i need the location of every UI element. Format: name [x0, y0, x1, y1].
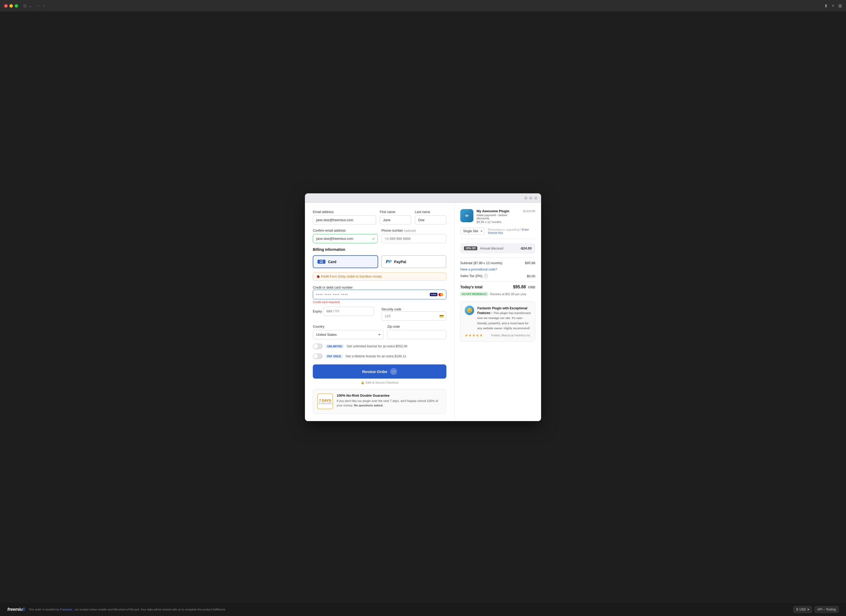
- product-icon-svg: [463, 212, 471, 220]
- close-button[interactable]: [4, 4, 7, 7]
- card-tab[interactable]: Card: [313, 255, 378, 268]
- reviewer-avatar: 😊: [465, 306, 474, 315]
- billing-section-title: Billing information: [313, 247, 446, 252]
- titlebar-right-actions: ⬆ + ⊞: [824, 3, 842, 9]
- pay-once-toggle-knob: [313, 354, 318, 359]
- price-rows: Subtotal ($7.99 x 12 months) $95.88 Have…: [460, 261, 535, 278]
- subtotal-value: $95.88: [525, 261, 535, 265]
- footer-text: This order is handled by Freemius , our …: [29, 608, 226, 611]
- freemius-brand-link[interactable]: Freemius: [60, 608, 72, 611]
- pay-once-toggle[interactable]: [313, 353, 323, 359]
- unlimited-upsell-row: Unlimited Get unlimited license for an e…: [313, 343, 446, 349]
- prefill-notice[interactable]: 🐞 Prefill Form (Only visible in Sandbox …: [313, 272, 446, 281]
- footer-right: $ USD ▾ API – Testing: [793, 606, 839, 613]
- expiry-input[interactable]: [323, 307, 374, 316]
- confirm-email-wrapper: ✓: [313, 234, 378, 243]
- confirm-email-label: Confirm email address: [313, 229, 378, 232]
- product-name: My Awesome Plugin: [477, 209, 520, 213]
- email-name-row: Email address First name Last name: [313, 210, 446, 224]
- pay-once-text: Get a lifetime license for an extra $194…: [345, 355, 406, 358]
- phone-optional-text: (optional): [404, 229, 416, 232]
- confirm-email-input[interactable]: [313, 234, 378, 243]
- secure-checkout: 🔒 Safe & Secure Checkout: [313, 381, 446, 384]
- email-label: Email address: [313, 210, 376, 214]
- product-sublabel: $9.99 x 12 months: [477, 220, 520, 223]
- phone-input[interactable]: [382, 234, 446, 243]
- total-currency: USD: [528, 285, 535, 289]
- email-valid-icon: ✓: [372, 236, 375, 241]
- security-input[interactable]: [382, 311, 446, 321]
- card-tab-label: Card: [328, 260, 336, 264]
- discount-label: Annual discount: [480, 246, 517, 250]
- payment-methods: Card PP PayPal: [313, 255, 446, 268]
- pay-once-upsell-row: Pay Once Get a lifetime license for an e…: [313, 353, 446, 359]
- subtotal-row: Subtotal ($7.99 x 12 months) $95.88: [460, 261, 535, 265]
- checkout-window: Email address First name Last name: [305, 194, 541, 421]
- tax-value: $0.00: [527, 274, 535, 278]
- extensions-icon[interactable]: ⊞: [839, 3, 842, 9]
- first-name-input[interactable]: [380, 216, 411, 224]
- discount-badge: 20% Off: [464, 246, 477, 250]
- visa-icon: VISA: [430, 293, 438, 296]
- forward-button[interactable]: ›: [41, 3, 46, 9]
- card-error-message: Credit card required: [313, 301, 446, 304]
- phone-group: Phone number (optional): [382, 229, 446, 243]
- traffic-lights: [4, 4, 18, 7]
- card-number-wrapper: VISA: [313, 290, 446, 299]
- email-input[interactable]: [313, 216, 376, 224]
- tab-icon[interactable]: ⌄: [29, 4, 32, 8]
- paypal-tab-label: PayPal: [394, 260, 406, 264]
- share-icon[interactable]: ⬆: [824, 3, 828, 9]
- footer-left: freemiu$ This order is handled by Freemi…: [7, 607, 226, 612]
- zip-input[interactable]: [387, 330, 446, 339]
- currency-button[interactable]: $ USD ▾: [793, 606, 812, 613]
- currency-label: USD: [799, 607, 806, 611]
- unlimited-toggle[interactable]: [313, 343, 323, 349]
- right-panel: My Awesome Plugin Initial payment - befo…: [454, 203, 541, 421]
- review-order-button[interactable]: Review Order →: [313, 364, 446, 378]
- paypal-tab-icon: PP: [386, 259, 392, 264]
- guarantee-text: 100% No-Risk Double Guarantee If you don…: [337, 393, 442, 408]
- card-brand-icons: VISA: [430, 293, 444, 296]
- zip-group: Zip code: [387, 325, 446, 339]
- api-button[interactable]: API – Testing: [815, 606, 839, 613]
- guarantee-days: 7 DAYS: [319, 399, 331, 402]
- last-name-group: Last name: [415, 210, 446, 224]
- total-value: $95.88: [513, 285, 526, 289]
- guarantee-body: If you don't like our plugin over the ne…: [337, 399, 442, 408]
- maximize-button[interactable]: [15, 4, 18, 7]
- divider-3: [460, 281, 535, 282]
- window-controls: ⊡ ⌄: [24, 4, 32, 8]
- zip-label: Zip code: [387, 325, 446, 329]
- review-stars: ★★★★★: [465, 333, 483, 337]
- divider-1: [460, 239, 535, 239]
- unlimited-badge: Unlimited: [325, 345, 344, 348]
- paypal-tab[interactable]: PP PayPal: [381, 255, 446, 268]
- expiry-group: Expiry: [313, 307, 378, 321]
- freemius-logo: freemiu$: [7, 607, 25, 612]
- country-select[interactable]: United States: [313, 330, 383, 339]
- card-tab-icon: [317, 260, 325, 264]
- tax-tooltip-icon[interactable]: ?: [484, 274, 488, 278]
- reviewer-name: Freebo, Mascot at Freemius Inc.: [491, 334, 531, 337]
- review-footer: ★★★★★ Freebo, Mascot at Freemius Inc.: [465, 333, 531, 337]
- product-icon: [460, 209, 473, 222]
- guarantee-word: GUARANTEED: [318, 402, 332, 404]
- sidebar-toggle-icon[interactable]: ⊡: [24, 4, 26, 8]
- add-tab-icon[interactable]: +: [832, 3, 834, 8]
- expiry-security-row: Expiry Security code 💳: [313, 307, 446, 321]
- promo-code-link[interactable]: Have a promotional code?: [460, 268, 497, 271]
- last-name-input[interactable]: [415, 216, 446, 224]
- svg-point-2: [466, 215, 467, 216]
- discount-row: 20% Off Annual discount -$24.00: [460, 243, 535, 254]
- total-label: Today's total: [460, 285, 483, 289]
- browser-titlebar: ⊡ ⌄ ‹ › ⬆ + ⊞: [0, 0, 846, 12]
- minimize-button[interactable]: [9, 4, 13, 7]
- window-titlebar: [305, 194, 541, 203]
- card-chip-icon: [317, 260, 325, 264]
- review-header: 😊 Fantastic Plugin with Exceptional Feat…: [465, 306, 531, 331]
- back-button[interactable]: ‹: [36, 3, 40, 9]
- site-select[interactable]: Single Site: [460, 228, 485, 235]
- security-card-icon: 💳: [439, 314, 444, 318]
- card-number-input[interactable]: [313, 290, 446, 299]
